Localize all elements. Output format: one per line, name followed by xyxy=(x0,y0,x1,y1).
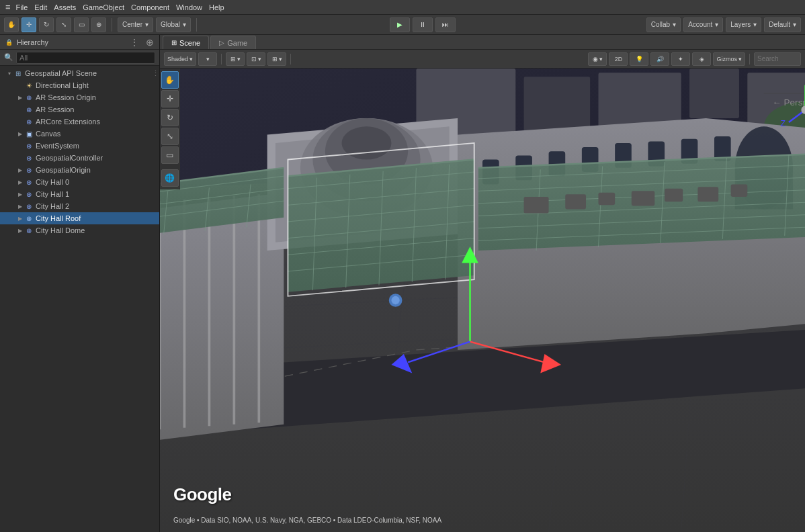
hierarchy-panel: 🔒 Hierarchy ⋮ ⊕ 🔍 ▾ ⊞ Geospatial API Sce… xyxy=(0,35,160,532)
tree-item-dir-light[interactable]: ▶ ☀ Directional Light xyxy=(0,79,159,91)
scene-sep-1 xyxy=(221,54,222,64)
ar-origin-icon: ⊛ xyxy=(24,93,34,102)
menu-help[interactable]: Help xyxy=(209,3,224,11)
sep-2 xyxy=(196,18,197,32)
step-btn[interactable]: ⏭ xyxy=(435,17,456,32)
render-mode-dropdown[interactable]: ▾ xyxy=(198,52,217,66)
tree-item-geospatial-ctrl[interactable]: ▶ ⊛ GeospatialController xyxy=(0,152,159,164)
tool-world[interactable]: 🌐 xyxy=(161,169,179,187)
tool-hand[interactable]: ✋ xyxy=(161,71,179,89)
effects-btn[interactable]: ✦ xyxy=(671,52,690,66)
tree-label-ar-session-origin: AR Session Origin xyxy=(36,93,96,101)
menu-component[interactable]: Component xyxy=(131,3,169,11)
transform-rotate-btn[interactable]: ↻ xyxy=(39,17,54,32)
tool-rotate[interactable]: ↻ xyxy=(161,109,179,126)
menu-window[interactable]: Window xyxy=(176,3,202,11)
camera-control-btn[interactable]: ◉ ▾ xyxy=(588,52,607,66)
right-area: ⊞ Scene ▷ Game Shaded ▾ ▾ ⊞ ▾ ⊡ xyxy=(160,35,805,532)
svg-rect-87 xyxy=(632,191,655,206)
tree-label-canvas: Canvas xyxy=(36,130,60,138)
tree-item-city-hall-2[interactable]: ▶ ⊛ City Hall 2 xyxy=(0,200,159,212)
hierarchy-menu-icon[interactable]: ⋮ xyxy=(130,37,139,48)
audio-btn[interactable]: 🔊 xyxy=(650,52,669,66)
tab-scene[interactable]: ⊞ Scene xyxy=(163,36,209,49)
svg-point-92 xyxy=(391,296,399,304)
view-tabs: ⊞ Scene ▷ Game xyxy=(160,35,805,50)
tree-item-city-hall-0[interactable]: ▶ ⊛ City Hall 0 xyxy=(0,176,159,188)
tree-item-geo-api-scene[interactable]: ▾ ⊞ Geospatial API Scene ⋮ xyxy=(0,67,159,79)
tab-game[interactable]: ▷ Game xyxy=(210,36,256,49)
light-icon: ☀ xyxy=(24,81,34,90)
transform-scale-btn[interactable]: ⤡ xyxy=(56,17,71,32)
scene-search-btn[interactable] xyxy=(754,52,801,66)
collab-dropdown[interactable]: Collab ▾ xyxy=(646,17,681,32)
menu-assets[interactable]: Assets xyxy=(54,3,76,11)
tree-label-city-hall-2: City Hall 2 xyxy=(36,202,69,210)
tree-arrow-city-hall-0: ▶ xyxy=(16,178,24,186)
gizmos-btn[interactable]: Gizmos ▾ xyxy=(713,52,745,66)
tree-arrow-event-system: ▶ xyxy=(16,142,24,150)
tree-arrow-ar-session: ▶ xyxy=(16,105,24,114)
menu-gameobject[interactable]: GameObject xyxy=(83,3,124,11)
svg-rect-86 xyxy=(599,193,616,205)
city-hall-roof-icon: ⊛ xyxy=(24,214,34,223)
tree-item-canvas[interactable]: ▶ ▣ Canvas xyxy=(0,128,159,140)
tree-label-arcore-ext: ARCore Extensions xyxy=(36,118,100,126)
scene-tab-icon: ⊞ xyxy=(171,39,177,46)
transform-hand-btn[interactable]: ✋ xyxy=(4,17,19,32)
tree-item-city-hall-roof[interactable]: ▶ ⊛ City Hall Roof xyxy=(0,212,159,224)
shading-dropdown[interactable]: Shaded ▾ xyxy=(164,52,196,66)
layers-dropdown[interactable]: Layers ▾ xyxy=(726,17,761,32)
lighting-btn[interactable]: 💡 xyxy=(630,52,648,66)
svg-text:Z: Z xyxy=(781,119,786,128)
2d-btn[interactable]: 2D xyxy=(609,52,628,66)
sep-1 xyxy=(112,18,112,32)
scene-view[interactable]: ← Persp Y X Z ✋ ✛ ↻ xyxy=(160,69,805,532)
hierarchy-add-icon[interactable]: ⊕ xyxy=(146,37,154,48)
tree-item-city-hall-dome[interactable]: ▶ ⊛ City Hall Dome xyxy=(0,224,159,236)
canvas-icon: ▣ xyxy=(24,129,34,138)
hidden-objects-btn[interactable]: ◈ xyxy=(692,52,711,66)
tree-item-geospatial-origin[interactable]: ▶ ⊛ GeospatialOrigin xyxy=(0,164,159,176)
tree-item-ar-session[interactable]: ▶ ⊛ AR Session xyxy=(0,103,159,116)
game-tab-icon: ▷ xyxy=(219,39,224,46)
tree-arrow-dir-light: ▶ xyxy=(16,81,24,89)
tree-item-arcore-ext[interactable]: ▶ ⊛ ARCore Extensions xyxy=(0,116,159,128)
account-dropdown[interactable]: Account ▾ xyxy=(683,17,723,32)
scene-sep-2 xyxy=(290,54,291,64)
transform-move-btn[interactable]: ✛ xyxy=(22,17,36,32)
scene-grid-btn[interactable]: ⊞ ▾ xyxy=(267,52,286,66)
tree-item-ar-session-origin[interactable]: ▶ ⊛ AR Session Origin xyxy=(0,91,159,103)
scene-transform-btn[interactable]: ⊞ ▾ xyxy=(226,52,245,66)
hierarchy-search-bar: 🔍 xyxy=(0,50,159,66)
tree-label-event-system: EventSystem xyxy=(36,142,79,150)
play-btn[interactable]: ▶ xyxy=(390,17,410,32)
svg-rect-84 xyxy=(524,197,549,214)
tool-scale[interactable]: ⤡ xyxy=(161,128,179,145)
menu-edit[interactable]: Edit xyxy=(34,3,47,11)
tool-rect[interactable]: ▭ xyxy=(161,146,179,164)
global-dropdown[interactable]: Global ▾ xyxy=(156,17,191,32)
pivot-dropdown[interactable]: Center ▾ xyxy=(118,17,153,32)
scene-snap-btn[interactable]: ⊡ ▾ xyxy=(247,52,265,66)
event-system-icon: ⊛ xyxy=(24,141,34,150)
hierarchy-search-input[interactable] xyxy=(16,52,155,64)
transform-all-btn[interactable]: ⊕ xyxy=(91,17,106,32)
ar-session-icon: ⊛ xyxy=(24,105,34,114)
tree-item-event-system[interactable]: ▶ ⊛ EventSystem xyxy=(0,140,159,152)
city-hall-0-icon: ⊛ xyxy=(24,177,34,187)
scene-sep-3 xyxy=(749,54,750,64)
menu-file[interactable]: File xyxy=(16,3,28,11)
svg-marker-22 xyxy=(160,193,284,449)
layout-dropdown[interactable]: Default ▾ xyxy=(764,17,801,32)
tool-move[interactable]: ✛ xyxy=(161,90,179,107)
scene-left-tools: ✋ ✛ ↻ ⤡ ▭ 🌐 xyxy=(160,69,180,189)
svg-rect-90 xyxy=(731,185,748,197)
tree-item-city-hall-1[interactable]: ▶ ⊛ City Hall 1 xyxy=(0,188,159,200)
scene-search-input[interactable] xyxy=(757,55,798,62)
hidden-icon: ◈ xyxy=(700,56,704,62)
transform-rect-btn[interactable]: ▭ xyxy=(74,17,89,32)
tree-item-menu[interactable]: ⋮ xyxy=(152,69,159,78)
pause-btn[interactable]: ⏸ xyxy=(413,17,433,32)
tree-arrow-city-hall-dome: ▶ xyxy=(16,226,24,234)
